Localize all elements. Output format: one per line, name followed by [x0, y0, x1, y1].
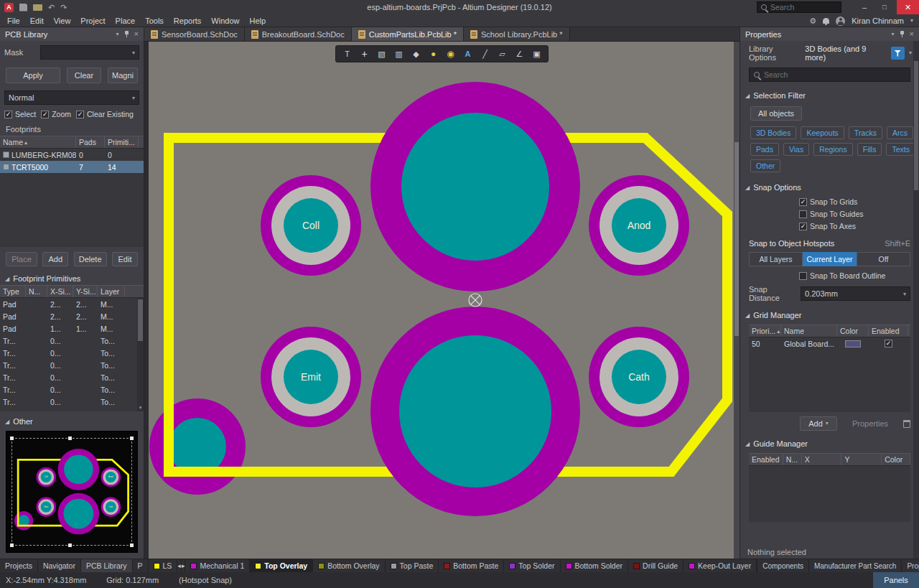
column-chart-icon[interactable]: ▥: [391, 47, 407, 61]
interactive-filter-icon[interactable]: T: [339, 47, 355, 61]
scrollbar-thumb[interactable]: [914, 61, 918, 190]
footprint-row-lumberg[interactable]: LUMBERG-KRM08 0 0: [0, 149, 144, 161]
via-icon[interactable]: ●: [425, 47, 442, 61]
global-search-box[interactable]: [757, 1, 841, 13]
menu-reports[interactable]: Reports: [169, 14, 207, 27]
layer-tab-top-overlay[interactable]: Top Overlay: [250, 559, 313, 572]
snap-options-section[interactable]: ◢ Snap Options: [740, 181, 919, 194]
snap-crosshair-icon[interactable]: +: [356, 47, 373, 61]
gear-icon[interactable]: ⚙: [809, 17, 816, 26]
filter-texts[interactable]: Texts: [886, 143, 915, 156]
primitive-row[interactable]: Tr...0...To...: [0, 396, 144, 408]
pad-icon[interactable]: ◉: [442, 47, 459, 61]
filter-vias[interactable]: Vias: [783, 143, 809, 156]
text-string-icon[interactable]: A: [460, 47, 476, 61]
mode-combo[interactable]: Normal▾: [4, 90, 139, 105]
primitive-row[interactable]: Tr...0...To...: [0, 383, 144, 396]
menu-tools[interactable]: Tools: [140, 14, 169, 27]
footprint-row-tcrt5000[interactable]: TCRT5000 7 14: [0, 161, 144, 173]
tab-custompartslib[interactable]: CustomPartsLib.PcbLib *: [352, 27, 464, 41]
pin-icon[interactable]: [900, 31, 905, 38]
avatar-icon[interactable]: [836, 17, 845, 26]
tab-breakoutboard[interactable]: BreakoutBoard.SchDoc: [245, 27, 352, 41]
layer-set-tab[interactable]: LS: [149, 559, 178, 572]
pad-anod[interactable]: Anod: [589, 175, 689, 276]
open-folder-icon[interactable]: [33, 4, 42, 11]
segment-all-layers[interactable]: All Layers: [749, 252, 803, 266]
properties-search-input[interactable]: [764, 70, 905, 79]
area-select-icon[interactable]: ▧: [373, 47, 390, 61]
mask-combo[interactable]: ▾: [40, 45, 139, 60]
sensor-hole-bottom[interactable]: [370, 307, 580, 516]
arc-icon[interactable]: ▱: [494, 47, 510, 61]
filter-keepouts[interactable]: Keepouts: [801, 126, 844, 139]
add-grid-button[interactable]: Add▾: [800, 416, 837, 431]
layer-tab-bottom-paste[interactable]: Bottom Paste: [439, 559, 504, 572]
segment-off[interactable]: Off: [857, 252, 910, 266]
selection-filter-section[interactable]: ◢ Selection Filter: [740, 89, 919, 102]
panel-tab-properties[interactable]: Properties: [901, 559, 919, 572]
snap-to-grids-checkbox[interactable]: Snap To Grids: [799, 197, 919, 206]
grid-manager-section[interactable]: ◢ Grid Manager: [740, 309, 919, 322]
maximize-button[interactable]: □: [875, 0, 894, 14]
scrollbar-thumb[interactable]: [138, 299, 143, 341]
primitive-row[interactable]: Pad1...1...M...: [0, 322, 144, 335]
layer-tab-bottom-solder[interactable]: Bottom Solder: [561, 559, 629, 572]
panel-tab-pcb-library[interactable]: PCB Library: [81, 559, 133, 572]
grid-color-swatch[interactable]: [845, 340, 861, 347]
zoom-checkbox[interactable]: Zoom: [41, 110, 71, 118]
primitive-row[interactable]: Tr...0...To...: [0, 335, 144, 347]
filter-pads[interactable]: Pads: [750, 143, 779, 156]
close-icon[interactable]: ×: [910, 30, 914, 38]
clear-button[interactable]: Clear: [67, 67, 101, 83]
delete-footprint-button[interactable]: Delete: [74, 252, 107, 266]
grid-enabled-checkbox[interactable]: [885, 340, 892, 347]
chevron-down-icon[interactable]: ▾: [910, 18, 913, 24]
global-search-input[interactable]: [770, 3, 837, 11]
layer-tab-keep-out[interactable]: Keep-Out Layer: [684, 559, 757, 572]
chevron-down-icon[interactable]: ▾: [909, 50, 912, 56]
filter-3d-bodies[interactable]: 3D Bodies: [750, 126, 796, 139]
select-checkbox[interactable]: Select: [4, 110, 36, 118]
properties-scrollbar[interactable]: [913, 41, 919, 559]
snap-to-board-outline-checkbox[interactable]: Snap To Board Outline: [799, 271, 919, 280]
layer-tab-top-paste[interactable]: Top Paste: [386, 559, 439, 572]
menu-view[interactable]: View: [49, 14, 76, 27]
menu-project[interactable]: Project: [75, 14, 110, 27]
undo-icon[interactable]: ↶: [48, 4, 55, 11]
room-icon[interactable]: ▣: [528, 47, 545, 61]
primitive-row[interactable]: Pad2...2...M...: [0, 310, 144, 322]
panel-tab-truncated[interactable]: P: [133, 559, 149, 572]
snap-distance-combo[interactable]: 0.203mm▾: [801, 286, 910, 301]
canvas-scrollbar[interactable]: [734, 42, 740, 559]
filter-fills[interactable]: Fills: [857, 143, 882, 156]
primitive-row[interactable]: Tr...0...To...: [0, 371, 144, 383]
primitive-row[interactable]: Tr...0...To...: [0, 347, 144, 359]
panel-tab-manufacturer-part-search[interactable]: Manufacturer Part Search: [808, 559, 902, 572]
filter-arcs[interactable]: Arcs: [887, 126, 913, 139]
panel-tab-components[interactable]: Components: [757, 559, 808, 572]
layer-tab-bottom-overlay[interactable]: Bottom Overlay: [313, 559, 385, 572]
footprint-primitives-section[interactable]: ◢ Footprint Primitives: [0, 272, 144, 285]
panel-tab-projects[interactable]: Projects: [0, 559, 38, 572]
scrollbar-thumb[interactable]: [734, 142, 739, 336]
pad-cath[interactable]: Cath: [589, 327, 689, 427]
close-button[interactable]: ×: [897, 0, 919, 14]
pcb-editor-canvas[interactable]: Coll Anod Emit Ca: [144, 42, 740, 559]
snap-to-axes-checkbox[interactable]: Snap To Axes: [799, 222, 919, 230]
tab-sensorboard[interactable]: SensorBoard.SchDoc: [144, 27, 245, 41]
dimension-icon[interactable]: ∠: [511, 47, 528, 61]
place-button[interactable]: Place: [6, 252, 37, 266]
menu-place[interactable]: Place: [111, 14, 141, 27]
all-objects-button[interactable]: All objects: [750, 106, 802, 121]
footprint-preview[interactable]: [6, 431, 138, 553]
minimize-button[interactable]: –: [855, 0, 874, 14]
primitive-row[interactable]: Pad2...2...M...: [0, 298, 144, 310]
magnify-button[interactable]: Magni: [108, 67, 138, 83]
line-icon[interactable]: ╱: [477, 47, 493, 61]
mask-icon[interactable]: ◆: [408, 47, 424, 61]
filter-other[interactable]: Other: [750, 159, 780, 172]
filter-regions[interactable]: Regions: [813, 143, 853, 156]
menu-help[interactable]: Help: [244, 14, 271, 27]
board-workspace[interactable]: Coll Anod Emit Ca: [149, 42, 734, 559]
